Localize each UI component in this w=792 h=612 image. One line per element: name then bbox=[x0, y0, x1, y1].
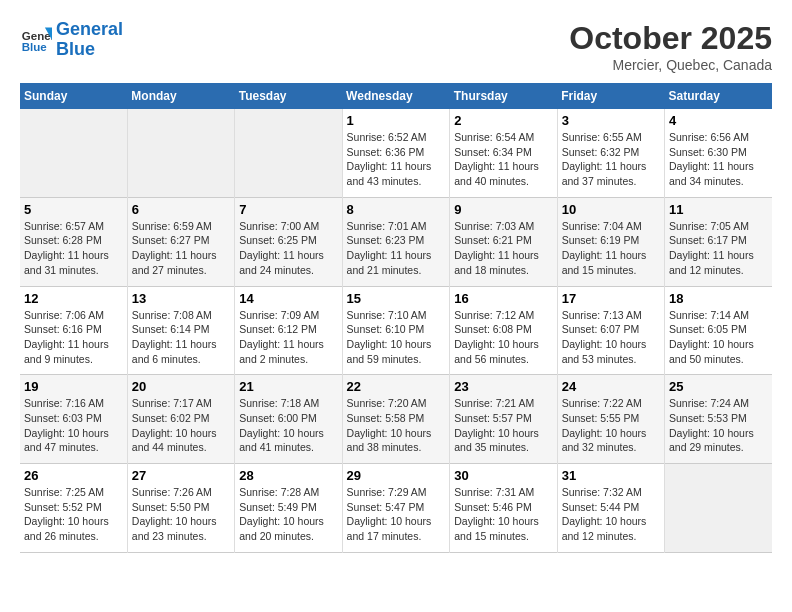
title-area: October 2025 Mercier, Quebec, Canada bbox=[569, 20, 772, 73]
calendar-header-row: SundayMondayTuesdayWednesdayThursdayFrid… bbox=[20, 83, 772, 109]
day-cell: 11Sunrise: 7:05 AM Sunset: 6:17 PM Dayli… bbox=[665, 197, 772, 286]
header-saturday: Saturday bbox=[665, 83, 772, 109]
day-number: 21 bbox=[239, 379, 337, 394]
day-cell: 13Sunrise: 7:08 AM Sunset: 6:14 PM Dayli… bbox=[127, 286, 234, 375]
day-cell: 12Sunrise: 7:06 AM Sunset: 6:16 PM Dayli… bbox=[20, 286, 127, 375]
day-number: 18 bbox=[669, 291, 768, 306]
day-number: 25 bbox=[669, 379, 768, 394]
day-info: Sunrise: 7:06 AM Sunset: 6:16 PM Dayligh… bbox=[24, 308, 123, 367]
calendar-table: SundayMondayTuesdayWednesdayThursdayFrid… bbox=[20, 83, 772, 553]
day-cell: 5Sunrise: 6:57 AM Sunset: 6:28 PM Daylig… bbox=[20, 197, 127, 286]
day-cell bbox=[20, 109, 127, 197]
day-number: 4 bbox=[669, 113, 768, 128]
day-info: Sunrise: 7:00 AM Sunset: 6:25 PM Dayligh… bbox=[239, 219, 337, 278]
day-cell: 14Sunrise: 7:09 AM Sunset: 6:12 PM Dayli… bbox=[235, 286, 342, 375]
week-row-5: 26Sunrise: 7:25 AM Sunset: 5:52 PM Dayli… bbox=[20, 464, 772, 553]
day-info: Sunrise: 7:29 AM Sunset: 5:47 PM Dayligh… bbox=[347, 485, 446, 544]
day-number: 16 bbox=[454, 291, 552, 306]
day-cell: 25Sunrise: 7:24 AM Sunset: 5:53 PM Dayli… bbox=[665, 375, 772, 464]
day-cell: 27Sunrise: 7:26 AM Sunset: 5:50 PM Dayli… bbox=[127, 464, 234, 553]
day-cell: 30Sunrise: 7:31 AM Sunset: 5:46 PM Dayli… bbox=[450, 464, 557, 553]
day-number: 26 bbox=[24, 468, 123, 483]
day-number: 14 bbox=[239, 291, 337, 306]
day-cell: 23Sunrise: 7:21 AM Sunset: 5:57 PM Dayli… bbox=[450, 375, 557, 464]
day-number: 13 bbox=[132, 291, 230, 306]
week-row-1: 1Sunrise: 6:52 AM Sunset: 6:36 PM Daylig… bbox=[20, 109, 772, 197]
day-cell: 9Sunrise: 7:03 AM Sunset: 6:21 PM Daylig… bbox=[450, 197, 557, 286]
day-info: Sunrise: 7:21 AM Sunset: 5:57 PM Dayligh… bbox=[454, 396, 552, 455]
header-monday: Monday bbox=[127, 83, 234, 109]
week-row-3: 12Sunrise: 7:06 AM Sunset: 6:16 PM Dayli… bbox=[20, 286, 772, 375]
day-number: 12 bbox=[24, 291, 123, 306]
day-number: 6 bbox=[132, 202, 230, 217]
day-info: Sunrise: 7:10 AM Sunset: 6:10 PM Dayligh… bbox=[347, 308, 446, 367]
location: Mercier, Quebec, Canada bbox=[569, 57, 772, 73]
day-cell: 1Sunrise: 6:52 AM Sunset: 6:36 PM Daylig… bbox=[342, 109, 450, 197]
logo-icon: General Blue bbox=[20, 24, 52, 56]
day-info: Sunrise: 7:03 AM Sunset: 6:21 PM Dayligh… bbox=[454, 219, 552, 278]
day-cell: 2Sunrise: 6:54 AM Sunset: 6:34 PM Daylig… bbox=[450, 109, 557, 197]
week-row-2: 5Sunrise: 6:57 AM Sunset: 6:28 PM Daylig… bbox=[20, 197, 772, 286]
day-info: Sunrise: 7:13 AM Sunset: 6:07 PM Dayligh… bbox=[562, 308, 660, 367]
day-cell: 10Sunrise: 7:04 AM Sunset: 6:19 PM Dayli… bbox=[557, 197, 664, 286]
page-header: General Blue General Blue October 2025 M… bbox=[20, 20, 772, 73]
day-info: Sunrise: 7:28 AM Sunset: 5:49 PM Dayligh… bbox=[239, 485, 337, 544]
header-sunday: Sunday bbox=[20, 83, 127, 109]
month-title: October 2025 bbox=[569, 20, 772, 57]
day-cell: 4Sunrise: 6:56 AM Sunset: 6:30 PM Daylig… bbox=[665, 109, 772, 197]
day-cell: 15Sunrise: 7:10 AM Sunset: 6:10 PM Dayli… bbox=[342, 286, 450, 375]
day-info: Sunrise: 7:05 AM Sunset: 6:17 PM Dayligh… bbox=[669, 219, 768, 278]
day-info: Sunrise: 6:59 AM Sunset: 6:27 PM Dayligh… bbox=[132, 219, 230, 278]
day-info: Sunrise: 7:18 AM Sunset: 6:00 PM Dayligh… bbox=[239, 396, 337, 455]
day-number: 19 bbox=[24, 379, 123, 394]
day-info: Sunrise: 7:09 AM Sunset: 6:12 PM Dayligh… bbox=[239, 308, 337, 367]
day-info: Sunrise: 6:52 AM Sunset: 6:36 PM Dayligh… bbox=[347, 130, 446, 189]
day-number: 2 bbox=[454, 113, 552, 128]
day-cell: 8Sunrise: 7:01 AM Sunset: 6:23 PM Daylig… bbox=[342, 197, 450, 286]
day-info: Sunrise: 7:25 AM Sunset: 5:52 PM Dayligh… bbox=[24, 485, 123, 544]
day-info: Sunrise: 6:56 AM Sunset: 6:30 PM Dayligh… bbox=[669, 130, 768, 189]
day-cell bbox=[665, 464, 772, 553]
day-number: 23 bbox=[454, 379, 552, 394]
day-number: 17 bbox=[562, 291, 660, 306]
day-number: 24 bbox=[562, 379, 660, 394]
day-cell: 17Sunrise: 7:13 AM Sunset: 6:07 PM Dayli… bbox=[557, 286, 664, 375]
day-number: 29 bbox=[347, 468, 446, 483]
day-info: Sunrise: 7:26 AM Sunset: 5:50 PM Dayligh… bbox=[132, 485, 230, 544]
day-number: 7 bbox=[239, 202, 337, 217]
day-number: 9 bbox=[454, 202, 552, 217]
day-info: Sunrise: 7:31 AM Sunset: 5:46 PM Dayligh… bbox=[454, 485, 552, 544]
day-number: 10 bbox=[562, 202, 660, 217]
logo-blue: Blue bbox=[56, 39, 95, 59]
day-cell: 31Sunrise: 7:32 AM Sunset: 5:44 PM Dayli… bbox=[557, 464, 664, 553]
day-number: 28 bbox=[239, 468, 337, 483]
day-info: Sunrise: 7:14 AM Sunset: 6:05 PM Dayligh… bbox=[669, 308, 768, 367]
day-cell: 22Sunrise: 7:20 AM Sunset: 5:58 PM Dayli… bbox=[342, 375, 450, 464]
day-info: Sunrise: 6:54 AM Sunset: 6:34 PM Dayligh… bbox=[454, 130, 552, 189]
day-info: Sunrise: 7:04 AM Sunset: 6:19 PM Dayligh… bbox=[562, 219, 660, 278]
logo-general: General bbox=[56, 19, 123, 39]
day-info: Sunrise: 7:22 AM Sunset: 5:55 PM Dayligh… bbox=[562, 396, 660, 455]
day-info: Sunrise: 7:17 AM Sunset: 6:02 PM Dayligh… bbox=[132, 396, 230, 455]
day-cell: 18Sunrise: 7:14 AM Sunset: 6:05 PM Dayli… bbox=[665, 286, 772, 375]
day-info: Sunrise: 7:20 AM Sunset: 5:58 PM Dayligh… bbox=[347, 396, 446, 455]
day-number: 1 bbox=[347, 113, 446, 128]
day-number: 31 bbox=[562, 468, 660, 483]
day-cell: 3Sunrise: 6:55 AM Sunset: 6:32 PM Daylig… bbox=[557, 109, 664, 197]
day-info: Sunrise: 7:16 AM Sunset: 6:03 PM Dayligh… bbox=[24, 396, 123, 455]
header-thursday: Thursday bbox=[450, 83, 557, 109]
day-cell: 6Sunrise: 6:59 AM Sunset: 6:27 PM Daylig… bbox=[127, 197, 234, 286]
svg-text:Blue: Blue bbox=[22, 40, 48, 52]
day-info: Sunrise: 7:12 AM Sunset: 6:08 PM Dayligh… bbox=[454, 308, 552, 367]
day-number: 30 bbox=[454, 468, 552, 483]
header-wednesday: Wednesday bbox=[342, 83, 450, 109]
day-info: Sunrise: 7:24 AM Sunset: 5:53 PM Dayligh… bbox=[669, 396, 768, 455]
day-number: 15 bbox=[347, 291, 446, 306]
day-cell: 20Sunrise: 7:17 AM Sunset: 6:02 PM Dayli… bbox=[127, 375, 234, 464]
day-number: 3 bbox=[562, 113, 660, 128]
day-info: Sunrise: 6:57 AM Sunset: 6:28 PM Dayligh… bbox=[24, 219, 123, 278]
day-cell: 29Sunrise: 7:29 AM Sunset: 5:47 PM Dayli… bbox=[342, 464, 450, 553]
day-cell: 7Sunrise: 7:00 AM Sunset: 6:25 PM Daylig… bbox=[235, 197, 342, 286]
day-info: Sunrise: 7:08 AM Sunset: 6:14 PM Dayligh… bbox=[132, 308, 230, 367]
day-cell: 16Sunrise: 7:12 AM Sunset: 6:08 PM Dayli… bbox=[450, 286, 557, 375]
